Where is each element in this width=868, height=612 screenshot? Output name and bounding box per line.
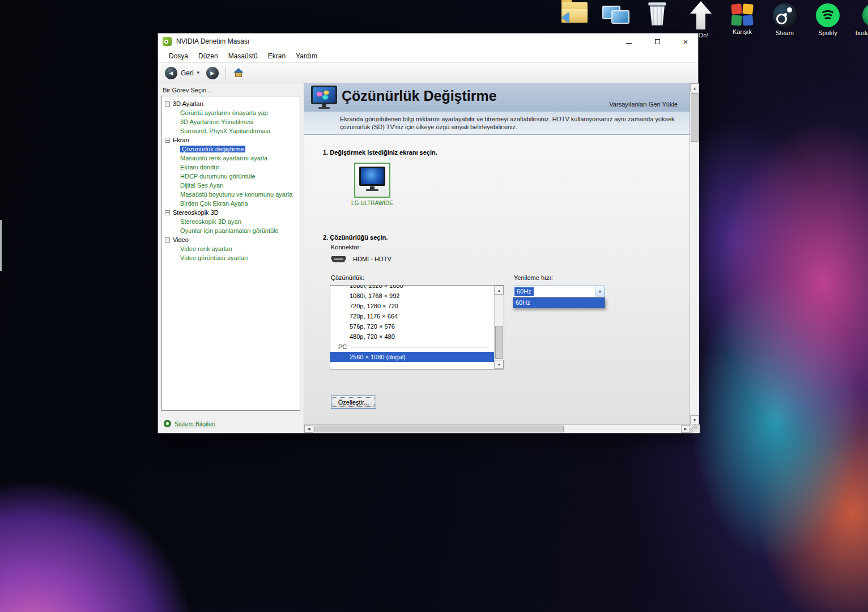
desktop-icon-karisik[interactable]: Karışık — [721, 3, 764, 35]
collapse-icon[interactable] — [165, 210, 170, 215]
collapse-icon[interactable] — [165, 101, 170, 107]
task-header: Bir Görev Seçin... — [163, 87, 304, 94]
tree-category-3d-ayarlari[interactable]: 3D Ayarları — [163, 99, 299, 108]
tree-item-oyun-puanlamalari[interactable]: Oyunlar için puanlamaları görüntüle — [163, 226, 299, 235]
resolution-option[interactable]: 576p, 720 × 576 — [330, 321, 494, 332]
desktop-icon-buda[interactable]: buda — [848, 3, 868, 36]
tree-item-birden-cok-ekran[interactable]: Birden Çok Ekran Ayarla — [163, 199, 299, 208]
resolution-option[interactable]: 1080i, 1768 × 992 — [330, 291, 494, 301]
back-dropdown-chevron-icon[interactable]: ▼ — [196, 70, 201, 75]
desktop-icon-label: Karışık — [721, 28, 764, 35]
home-button[interactable] — [233, 68, 244, 78]
resolution-option[interactable]: 1080i, 1920 × 1080 — [330, 285, 494, 291]
scroll-up-icon[interactable]: ▲ — [690, 83, 699, 92]
tree-item-video-renk[interactable]: Video renk ayarları — [163, 244, 299, 253]
maximize-button[interactable] — [650, 36, 664, 46]
back-label: Geri — [181, 69, 194, 77]
resolution-option-selected[interactable]: 2560 × 1080 (doğal) — [330, 352, 494, 362]
desktop-icon-label: Spotify — [806, 29, 849, 36]
scrollbar-thumb[interactable] — [691, 93, 699, 142]
menu-dosya[interactable]: Dosya — [164, 50, 193, 62]
scroll-right-icon[interactable]: ▶ — [681, 425, 690, 433]
tree-item-dijital-ses[interactable]: Dijital Ses Ayarı — [163, 181, 299, 190]
scroll-up-icon[interactable]: ▲ — [495, 286, 504, 295]
close-button[interactable]: × — [679, 36, 692, 46]
desktop-icon-folder[interactable] — [553, 2, 596, 25]
desktop-icon-label: Steam — [763, 29, 806, 36]
content-horizontal-scrollbar[interactable]: ◀ ▶ — [304, 424, 690, 433]
resolution-option[interactable]: 480p, 720 × 480 — [330, 332, 494, 342]
tree-item-masaustu-boyut[interactable]: Masaüstü boyutunu ve konumunu ayarla — [163, 190, 299, 199]
nvidia-logo-icon — [163, 37, 172, 46]
refresh-rate-label: Yenileme hızı: — [514, 274, 553, 281]
resolution-list-scrollbar[interactable]: ▲ ▼ — [494, 286, 504, 369]
forward-button[interactable]: ▶ — [206, 67, 219, 79]
resolution-option[interactable]: 720p, 1176 × 664 — [330, 311, 494, 321]
tree-item-masaustu-renk[interactable]: Masaüstü renk ayarlarını ayarla — [163, 154, 299, 163]
window-title: NVIDIA Denetim Masası — [176, 37, 249, 45]
refresh-rate-option[interactable]: 60Hz — [513, 298, 605, 308]
desktop-icon-steam[interactable]: Steam — [763, 3, 806, 36]
tree-item-goruntu-ayarlari[interactable]: Görüntü ayarlarını önayarla yap — [163, 108, 299, 117]
resolution-listbox[interactable]: 1080i, 1920 × 1080 1080i, 1768 × 992 720… — [330, 285, 504, 369]
resolution-page-icon — [311, 86, 337, 109]
tree-category-stereoskopik-3d[interactable]: Stereoskopik 3D — [163, 208, 299, 217]
system-info-icon — [164, 420, 171, 427]
scrollbar-thumb[interactable] — [495, 326, 503, 359]
content-viewport: Çözünürlük Değiştirme Varsayılanları Ger… — [304, 83, 690, 424]
display-name-label: LG ULTRAWIDE — [333, 200, 412, 206]
refresh-rate-dropdown: 60Hz — [513, 298, 605, 308]
system-info-link[interactable]: Sistem Bilgileri — [175, 420, 215, 427]
display-select-tile[interactable] — [354, 163, 390, 198]
customize-button[interactable]: Özelleştir... — [331, 396, 376, 409]
menu-duzen[interactable]: Düzen — [193, 50, 223, 62]
tree-item-stereoskopik-ayari[interactable]: Stereoskopik 3D ayarı — [163, 217, 299, 226]
back-button[interactable]: ◀ — [165, 67, 177, 79]
tree-category-ekran[interactable]: Ekran — [163, 135, 299, 144]
title-bar[interactable]: NVIDIA Denetim Masası × — [158, 33, 698, 49]
tree-item-ekrani-dondur[interactable]: Ekranı döndür — [163, 163, 299, 172]
folder-shortcut-icon — [561, 2, 588, 23]
collapse-icon[interactable] — [165, 138, 170, 143]
page-description-band: Ekranda görüntülenen bilgi miktarını aya… — [304, 112, 690, 135]
navigation-toolbar: ◀ Geri ▼ ▶ — [158, 63, 698, 83]
task-tree: 3D Ayarları Görüntü ayarlarını önayarla … — [161, 96, 300, 411]
tree-item-surround-physx[interactable]: Surround, PhysX Yapılandırması — [163, 126, 299, 135]
collapse-icon[interactable] — [165, 237, 170, 243]
desktop-icon-displays[interactable] — [594, 6, 637, 28]
tree-item-cozunurluk-degistirme-selected[interactable]: Çözünürlük değiştirme — [163, 144, 299, 154]
menu-yardim[interactable]: Yardım — [291, 50, 322, 62]
resolution-option[interactable]: 720p, 1280 × 720 — [330, 301, 494, 311]
minimize-button[interactable] — [622, 36, 636, 46]
menu-bar: Dosya Düzen Masaüstü Ekran Yardım — [158, 49, 698, 63]
connector-label: Konnektör: — [331, 244, 361, 250]
back-arrow-icon: ◀ — [169, 70, 173, 76]
scroll-down-icon[interactable]: ▼ — [690, 415, 699, 424]
recycle-bin-icon — [648, 2, 667, 26]
step2-label: 2. Çözünürlüğü seçin. — [323, 234, 388, 241]
hdmi-connector-icon — [331, 256, 346, 262]
resize-grip[interactable] — [690, 424, 700, 433]
menu-masaustu[interactable]: Masaüstü — [223, 50, 263, 62]
up-arrow-icon — [690, 1, 712, 29]
refresh-rate-combobox[interactable]: 60Hz ▼ — [513, 286, 605, 298]
spotify-icon — [816, 3, 840, 27]
page-header-band: Çözünürlük Değiştirme Varsayılanları Ger… — [304, 83, 690, 112]
tree-category-video[interactable]: Video — [163, 235, 299, 244]
combo-dropdown-button[interactable]: ▼ — [595, 286, 605, 297]
toolbar-separator — [225, 67, 226, 79]
content-vertical-scrollbar[interactable]: ▲ ▼ — [690, 83, 699, 424]
tree-item-3d-yonetimi[interactable]: 3D Ayarlarının Yönetilmesi — [163, 117, 299, 126]
tree-item-video-goruntusu[interactable]: Video görüntüsü ayarları — [163, 253, 299, 262]
resolution-label: Çözünürlük: — [331, 274, 364, 281]
desktop-icon-recycle-bin[interactable] — [636, 2, 679, 28]
chevron-down-icon: ▼ — [598, 290, 602, 294]
forward-arrow-icon: ▶ — [210, 70, 214, 76]
restore-defaults-button[interactable]: Varsayılanları Geri Yükle — [609, 101, 678, 108]
scroll-left-icon[interactable]: ◀ — [304, 425, 313, 433]
menu-ekran[interactable]: Ekran — [263, 50, 291, 62]
desktop-icon-spotify[interactable]: Spotify — [806, 3, 849, 36]
tree-item-hdcp-durumu[interactable]: HDCP durumunu görüntüle — [163, 172, 299, 181]
scrollbar-thumb[interactable] — [314, 426, 564, 432]
scroll-down-icon[interactable]: ▼ — [495, 360, 504, 369]
